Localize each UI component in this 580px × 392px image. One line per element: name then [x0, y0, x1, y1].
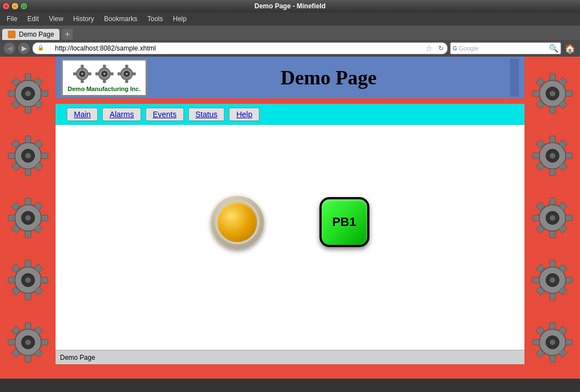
logo-gear-icon — [116, 63, 137, 84]
search-icon[interactable]: 🔍 — [549, 44, 558, 53]
svg-rect-26 — [25, 198, 31, 204]
tabbar: Demo Page + — [0, 26, 580, 40]
menu-tools[interactable]: Tools — [143, 14, 167, 24]
svg-rect-105 — [532, 339, 539, 345]
right-gear-column — [524, 57, 580, 379]
svg-rect-84 — [566, 215, 572, 220]
gear-icon — [529, 194, 576, 242]
svg-rect-114 — [81, 65, 83, 68]
svg-rect-6 — [8, 91, 14, 96]
window-controls[interactable]: × − □ — [2, 2, 28, 10]
urlbar: ◀ ▶ 🔒 http://localhost:8082/sample.xhtml… — [0, 40, 580, 57]
svg-rect-4 — [25, 73, 31, 80]
svg-rect-130 — [118, 72, 121, 75]
tab-label: Demo Page — [19, 31, 54, 38]
indicator-light-assembly — [211, 196, 264, 249]
svg-rect-104 — [549, 355, 555, 362]
gear-icon — [4, 132, 52, 179]
svg-rect-27 — [25, 231, 31, 238]
search-bar[interactable]: G Google 🔍 — [450, 42, 561, 54]
svg-point-3 — [25, 91, 31, 96]
svg-point-14 — [25, 153, 31, 158]
header-scrollbar[interactable] — [510, 59, 519, 97]
svg-rect-48 — [25, 322, 31, 329]
page-header: Demo Manufacturing Inc. Demo Page — [56, 57, 524, 98]
svg-rect-5 — [25, 107, 31, 113]
active-tab[interactable]: Demo Page — [2, 29, 59, 40]
svg-rect-73 — [566, 153, 572, 158]
svg-point-120 — [103, 73, 106, 75]
maximize-button[interactable]: □ — [20, 2, 28, 10]
nav-main[interactable]: Main — [67, 108, 98, 121]
status-text: Demo Page — [60, 354, 95, 361]
svg-rect-40 — [41, 277, 48, 283]
status-bar: Demo Page — [56, 350, 524, 364]
svg-rect-38 — [25, 293, 31, 300]
svg-point-58 — [549, 91, 555, 96]
gear-icon — [4, 319, 52, 366]
titlebar: × − □ Demo Page - Minefield — [0, 0, 580, 12]
svg-point-36 — [25, 277, 31, 283]
minimize-button[interactable]: − — [11, 2, 19, 10]
nav-bar: Main Alarms Events Status Help — [56, 104, 524, 125]
security-icon: 🔒 — [37, 44, 45, 52]
svg-rect-82 — [549, 231, 555, 238]
svg-rect-51 — [41, 339, 48, 345]
svg-rect-81 — [549, 198, 555, 204]
url-bar[interactable]: 🔒 http://localhost:8082/sample.xhtml ☆ ↻ — [32, 42, 448, 54]
nav-events[interactable]: Events — [146, 108, 184, 121]
svg-point-80 — [549, 215, 555, 220]
back-button[interactable]: ◀ — [3, 42, 16, 54]
svg-rect-117 — [88, 72, 91, 75]
svg-rect-29 — [41, 215, 48, 220]
bookmark-star-icon[interactable]: ☆ — [426, 44, 433, 53]
svg-rect-106 — [566, 339, 572, 345]
window-title: Demo Page - Minefield — [254, 2, 326, 10]
gear-icon — [4, 70, 52, 117]
svg-rect-17 — [8, 153, 14, 158]
refresh-icon[interactable]: ↻ — [438, 44, 444, 52]
menu-view[interactable]: View — [44, 14, 68, 24]
svg-rect-122 — [103, 80, 106, 83]
menu-help[interactable]: Help — [168, 14, 191, 24]
svg-rect-92 — [549, 260, 555, 267]
browser-content: Demo Manufacturing Inc. Demo Page Main A… — [0, 57, 580, 379]
logo-gear-icon — [94, 63, 115, 84]
pb1-button[interactable]: PB1 — [319, 197, 369, 247]
page-title: Demo Page — [147, 66, 510, 89]
home-button[interactable]: 🏠 — [563, 42, 577, 55]
left-gear-column — [0, 57, 56, 379]
svg-point-25 — [25, 215, 31, 220]
svg-rect-39 — [8, 277, 14, 283]
svg-rect-83 — [532, 215, 539, 220]
svg-rect-50 — [8, 339, 14, 345]
tab-favicon — [8, 31, 16, 38]
svg-rect-115 — [81, 80, 83, 83]
menubar: File Edit View History Bookmarks Tools H… — [0, 12, 580, 26]
nav-status[interactable]: Status — [188, 108, 225, 121]
menu-file[interactable]: File — [2, 14, 22, 24]
svg-rect-93 — [549, 293, 555, 300]
svg-rect-61 — [532, 91, 539, 96]
nav-alarms[interactable]: Alarms — [102, 108, 141, 121]
search-logo: G — [453, 46, 457, 52]
indicator-light — [215, 200, 259, 244]
svg-point-102 — [549, 339, 555, 345]
menu-edit[interactable]: Edit — [23, 14, 43, 24]
menu-bookmarks[interactable]: Bookmarks — [99, 14, 142, 24]
svg-point-91 — [549, 277, 555, 283]
svg-rect-103 — [549, 322, 555, 329]
red-divider — [56, 98, 524, 104]
company-name: Demo Manufacturing Inc. — [68, 86, 141, 92]
forward-button[interactable]: ▶ — [18, 42, 30, 54]
svg-rect-37 — [25, 260, 31, 267]
svg-rect-124 — [111, 72, 113, 75]
close-button[interactable]: × — [2, 2, 10, 10]
svg-rect-123 — [96, 72, 98, 75]
nav-help[interactable]: Help — [229, 108, 259, 121]
new-tab-button[interactable]: + — [62, 29, 73, 40]
menu-history[interactable]: History — [69, 14, 98, 24]
main-content: PB1 — [56, 125, 524, 319]
gear-icon — [529, 257, 576, 304]
svg-rect-121 — [103, 65, 106, 68]
